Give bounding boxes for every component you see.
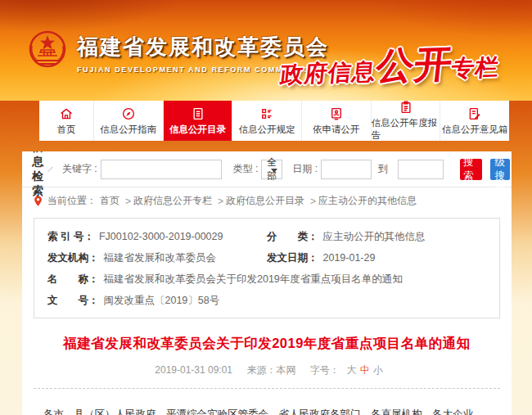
site-header: 福建省发展和改革委员会 FUJIAN DEVELOPMENT AND REFOR… <box>0 0 532 101</box>
request-icon <box>329 106 344 121</box>
tab-request-label: 依申请公开 <box>313 124 360 136</box>
tab-home-label: 首页 <box>57 124 76 136</box>
doc-info-row: 文 号： 闽发改重点〔2019〕58号 <box>47 290 486 311</box>
tab-guide-label: 信息公开指南 <box>100 124 156 136</box>
article-datetime: 2019-01-31 09:01 <box>155 364 232 376</box>
agency-label: 发文机构： <box>47 247 99 268</box>
docnum-label: 文 号： <box>47 290 99 311</box>
pubdate-label: 发文日期： <box>267 247 318 268</box>
doc-info-docnum: 文 号： 闽发改重点〔2019〕58号 <box>47 290 486 311</box>
tab-request[interactable]: 依申请公开 <box>302 101 372 141</box>
name-value: 福建省发展和改革委员会关于印发2019年度省重点项目名单的通知 <box>104 268 403 290</box>
index-label: 索 引 号： <box>47 226 94 247</box>
search-section-title: 信息检索 <box>32 151 43 199</box>
breadcrumb-item-gov-info[interactable]: 政府信息公开专栏 <box>133 194 212 208</box>
breadcrumb: 当前位置： 首页 > 政府信息公开专栏 > 政府信息公开目录 > 应主动公开的其… <box>22 187 512 211</box>
breadcrumb-item-home[interactable]: 首页 <box>100 194 119 208</box>
compass-icon <box>121 106 136 121</box>
tab-rules[interactable]: 信息公开规定 <box>232 101 302 141</box>
tab-annual-report[interactable]: 信息公开年度报告 <box>372 101 441 141</box>
keyword-input[interactable] <box>101 160 222 179</box>
dropdown-arrow-icon <box>271 169 277 173</box>
breadcrumb-separator: > <box>218 196 223 207</box>
tab-feedback-label: 信息公开意见箱 <box>442 124 508 136</box>
date-to-input[interactable] <box>398 160 444 179</box>
doc-info-agency: 发文机构： 福建省发展和改革委员会 <box>47 247 267 268</box>
doc-info-row: 索 引 号： FJ00102-3000-2019-00029 分 类： 应主动公… <box>47 226 486 247</box>
tab-home[interactable]: 首页 <box>39 101 94 141</box>
doc-info-index: 索 引 号： FJ00102-3000-2019-00029 <box>47 226 267 247</box>
doc-info-category: 分 类： 应主动公开的其他信息 <box>267 226 486 247</box>
feedback-icon <box>467 106 482 121</box>
type-select[interactable]: 全部 <box>261 160 282 179</box>
fontsize-medium[interactable]: 中 <box>360 364 370 376</box>
tab-feedback[interactable]: 信息公开意见箱 <box>440 101 509 141</box>
tab-directory[interactable]: 信息公开目录 <box>164 101 233 141</box>
location-pin-icon <box>34 196 43 207</box>
advanced-search-button[interactable]: 高级搜索 <box>490 159 511 180</box>
search-button[interactable]: 搜 索 <box>460 159 482 180</box>
doc-info-pubdate: 发文日期： 2019-01-29 <box>267 247 486 268</box>
doc-info-row: 名 称： 福建省发展和改革委员会关于印发2019年度省重点项目名单的通知 <box>47 268 486 290</box>
national-emblem-icon <box>27 28 68 72</box>
keyword-label: 关键字 : <box>62 162 97 176</box>
tab-rules-label: 信息公开规定 <box>239 124 295 136</box>
date-label: 日期 : <box>292 162 318 176</box>
main-nav: 首页 信息公开指南 信息公开目录 信息公开规定 依申请公开 <box>39 101 509 141</box>
article-title: 福建省发展和改革委员会关于印发2019年度省重点项目名单的通知 <box>22 335 512 353</box>
chevron-right-icon <box>47 166 52 171</box>
tab-guide[interactable]: 信息公开指南 <box>94 101 164 141</box>
fontsize-label: 字号： <box>310 364 340 376</box>
category-label: 分 类： <box>267 226 318 247</box>
article-body: 各市、县（区）人民政府，平潭综合实验区管委会，省人民政府各部门、各直属机构，各大… <box>22 389 512 415</box>
name-label: 名 称： <box>47 268 99 290</box>
doc-info-row: 发文机构： 福建省发展和改革委员会 发文日期： 2019-01-29 <box>47 247 486 268</box>
article-paragraph-1: 各市、县（区）人民政府，平潭综合实验区管委会，省人民政府各部门、各直属机构，各大… <box>43 405 490 415</box>
pubdate-value: 2019-01-29 <box>323 247 376 268</box>
content-panel: 信息检索 关键字 : 类型 : 全部 日期 : 到 搜 索 高级搜索 当前位置：… <box>22 151 512 415</box>
breadcrumb-prefix: 当前位置： <box>47 194 97 208</box>
search-bar: 信息检索 关键字 : 类型 : 全部 日期 : 到 搜 索 高级搜索 <box>22 151 512 187</box>
list-icon <box>259 106 274 121</box>
breadcrumb-separator: > <box>310 196 316 207</box>
type-label: 类型 : <box>233 162 259 176</box>
gov-info-banner: 政府信息公开专栏 <box>278 37 503 95</box>
tab-directory-label: 信息公开目录 <box>169 124 226 136</box>
date-to-label: 到 <box>378 162 388 176</box>
document-icon <box>191 106 205 121</box>
fontsize-large[interactable]: 大 <box>347 364 357 376</box>
docnum-value: 闽发改重点〔2019〕58号 <box>104 290 220 311</box>
tab-annual-report-label: 信息公开年度报告 <box>372 117 440 142</box>
banner-text-1: 政府信息 <box>279 59 377 88</box>
home-icon <box>59 106 74 121</box>
page: 福建省发展和改革委员会 FUJIAN DEVELOPMENT AND REFOR… <box>0 0 532 415</box>
index-value: FJ00102-3000-2019-00029 <box>99 226 223 247</box>
date-from-input[interactable] <box>321 160 372 179</box>
breadcrumb-item-directory[interactable]: 政府信息公开目录 <box>226 194 304 208</box>
breadcrumb-item-other-info: 应主动公开的其他信息 <box>318 194 417 208</box>
fontsize-small[interactable]: 小 <box>373 364 383 376</box>
doc-info-box: 索 引 号： FJ00102-3000-2019-00029 分 类： 应主动公… <box>34 218 500 318</box>
category-value: 应主动公开的其他信息 <box>323 226 426 247</box>
report-icon <box>399 100 413 115</box>
article-meta: 2019-01-31 09:01 来源：本网 字号：大中小 <box>22 363 512 377</box>
agency-value: 福建省发展和改革委员会 <box>104 247 217 268</box>
doc-info-name: 名 称： 福建省发展和改革委员会关于印发2019年度省重点项目名单的通知 <box>47 268 486 290</box>
breadcrumb-separator: > <box>125 196 131 207</box>
banner-text-3: 专栏 <box>450 54 501 81</box>
article-source: 来源：本网 <box>246 364 295 376</box>
banner-text-2: 公开 <box>374 42 454 87</box>
